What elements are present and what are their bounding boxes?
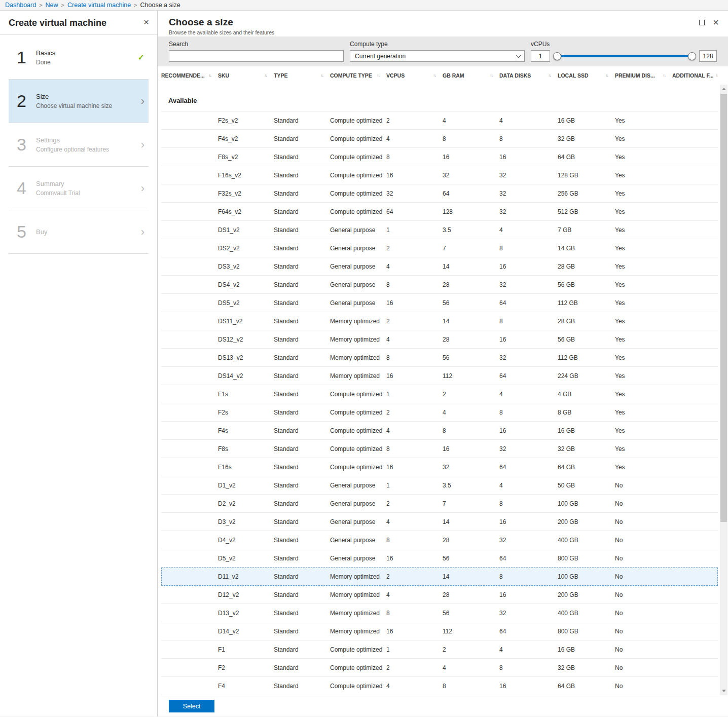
cell-premium-disk: Yes bbox=[615, 190, 672, 197]
cell-type: Standard bbox=[274, 208, 330, 215]
wizard-step-size[interactable]: 2SizeChoose virtual machine size› bbox=[9, 80, 149, 123]
cell-sku: D14_v2 bbox=[218, 628, 274, 635]
size-row-D13_v2[interactable]: D13_v2StandardMemory optimized85632400 G… bbox=[161, 604, 718, 622]
size-row-F8s[interactable]: F8sStandardCompute optimized8163232 GBYe… bbox=[161, 440, 718, 458]
size-row-F2s[interactable]: F2sStandardCompute optimized2488 GBYes bbox=[161, 403, 718, 422]
cell-gb-ram: 28 bbox=[443, 336, 499, 343]
column-header-premium-dis[interactable]: PREMIUM DIS...↑↓ bbox=[615, 72, 672, 79]
cell-data-disks: 4 bbox=[499, 117, 558, 124]
compute-type-select[interactable]: Current generation bbox=[350, 50, 525, 62]
panel-close-icon[interactable]: × bbox=[143, 18, 149, 27]
window-icons: × bbox=[699, 17, 721, 25]
cell-local-ssd: 200 GB bbox=[558, 518, 615, 525]
size-row-D11_v2[interactable]: D11_v2StandardMemory optimized2148100 GB… bbox=[161, 568, 718, 586]
column-header-local-ssd[interactable]: LOCAL SSD↑↓ bbox=[558, 72, 615, 79]
size-row-DS1_v2[interactable]: DS1_v2StandardGeneral purpose13.547 GBYe… bbox=[161, 221, 718, 239]
sort-icon[interactable]: ↑↓ bbox=[663, 73, 665, 78]
vcpus-min-input[interactable] bbox=[531, 50, 550, 62]
sort-icon[interactable]: ↑↓ bbox=[320, 73, 323, 78]
breadcrumb-item-create-virtual-machine[interactable]: Create virtual machine bbox=[67, 2, 131, 9]
column-header-sku[interactable]: SKU↑↓ bbox=[218, 72, 274, 79]
wizard-step-summary[interactable]: 4SummaryCommvault Trial› bbox=[9, 167, 149, 210]
size-row-F16s[interactable]: F16sStandardCompute optimized16326464 GB… bbox=[161, 458, 718, 476]
cell-gb-ram: 14 bbox=[443, 263, 499, 270]
blade-close-icon[interactable]: × bbox=[713, 19, 719, 25]
select-button[interactable]: Select bbox=[169, 700, 214, 712]
size-row-F4s_v2[interactable]: F4s_v2StandardCompute optimized48832 GBY… bbox=[161, 130, 718, 148]
compute-type-label: Compute type bbox=[350, 41, 525, 48]
size-row-DS13_v2[interactable]: DS13_v2StandardMemory optimized85632112 … bbox=[161, 349, 718, 367]
slider-handle-min[interactable] bbox=[553, 52, 561, 60]
cell-compute-type: Compute optimized bbox=[330, 409, 386, 416]
choose-size-blade: Choose a size Browse the available sizes… bbox=[158, 11, 728, 716]
cell-local-ssd: 200 GB bbox=[558, 591, 615, 598]
cell-local-ssd: 28 GB bbox=[558, 263, 615, 270]
search-input[interactable] bbox=[169, 50, 344, 62]
sort-icon[interactable]: ↑↓ bbox=[605, 73, 608, 78]
size-row-F4s[interactable]: F4sStandardCompute optimized481616 GBYes bbox=[161, 422, 718, 440]
maximize-icon[interactable] bbox=[699, 20, 705, 25]
size-row-DS14_v2[interactable]: DS14_v2StandardMemory optimized161126422… bbox=[161, 367, 718, 385]
breadcrumb-item-choose-a-size: Choose a size bbox=[140, 2, 180, 9]
size-row-D14_v2[interactable]: D14_v2StandardMemory optimized1611264800… bbox=[161, 622, 718, 640]
size-row-F16s_v2[interactable]: F16s_v2StandardCompute optimized16323212… bbox=[161, 166, 718, 184]
size-row-D4_v2[interactable]: D4_v2StandardGeneral purpose82832400 GBN… bbox=[161, 531, 718, 549]
column-header-label: COMPUTE TYPE bbox=[330, 72, 372, 79]
vertical-scrollbar[interactable] bbox=[720, 85, 727, 695]
size-row-F8s_v2[interactable]: F8s_v2StandardCompute optimized8161664 G… bbox=[161, 148, 718, 166]
wizard-step-settings[interactable]: 3SettingsConfigure optional features› bbox=[9, 123, 149, 167]
column-header-gb-ram[interactable]: GB RAM↑↓ bbox=[443, 72, 499, 79]
sort-icon[interactable]: ↑↓ bbox=[490, 73, 492, 78]
cell-sku: D4_v2 bbox=[218, 537, 274, 544]
wizard-step-buy[interactable]: 5Buy› bbox=[9, 210, 149, 254]
size-row-F2s_v2[interactable]: F2s_v2StandardCompute optimized24416 GBY… bbox=[161, 111, 718, 130]
column-header-additional-f[interactable]: ADDITIONAL F...↑↓ bbox=[672, 72, 718, 79]
size-row-F1s[interactable]: F1sStandardCompute optimized1244 GBYes bbox=[161, 385, 718, 403]
sort-icon[interactable]: ↑↓ bbox=[433, 73, 435, 78]
wizard-step-basics[interactable]: 1BasicsDone✓ bbox=[9, 36, 149, 80]
size-row-F4[interactable]: F4StandardCompute optimized481664 GBNo bbox=[161, 677, 718, 695]
size-row-DS12_v2[interactable]: DS12_v2StandardMemory optimized4281656 G… bbox=[161, 330, 718, 349]
breadcrumb: Dashboard>New>Create virtual machine>Cho… bbox=[0, 0, 728, 11]
size-row-F1[interactable]: F1StandardCompute optimized12416 GBNo bbox=[161, 640, 718, 659]
scroll-down-button[interactable] bbox=[720, 687, 727, 695]
panel-title: Create virtual machine bbox=[9, 18, 106, 28]
size-row-DS11_v2[interactable]: DS11_v2StandardMemory optimized214828 GB… bbox=[161, 312, 718, 330]
sort-icon[interactable]: ↑↓ bbox=[548, 73, 551, 78]
size-row-D3_v2[interactable]: D3_v2StandardGeneral purpose41416200 GBN… bbox=[161, 513, 718, 531]
cell-premium-disk: No bbox=[615, 683, 672, 690]
size-row-D2_v2[interactable]: D2_v2StandardGeneral purpose278100 GBNo bbox=[161, 495, 718, 513]
column-header-data-disks[interactable]: DATA DISKS↑↓ bbox=[499, 72, 558, 79]
step-number: 2 bbox=[13, 91, 36, 111]
sort-icon[interactable]: ↑↓ bbox=[208, 73, 211, 78]
size-row-DS4_v2[interactable]: DS4_v2StandardGeneral purpose8283256 GBY… bbox=[161, 276, 718, 294]
size-row-D12_v2[interactable]: D12_v2StandardMemory optimized42816200 G… bbox=[161, 586, 718, 604]
scroll-up-button[interactable] bbox=[720, 85, 727, 93]
size-row-D5_v2[interactable]: D5_v2StandardGeneral purpose165664800 GB… bbox=[161, 549, 718, 568]
sort-icon[interactable]: ↑↓ bbox=[377, 73, 379, 78]
scroll-up-icon bbox=[722, 88, 726, 90]
vcpus-max-input[interactable] bbox=[699, 50, 717, 62]
cell-type: Standard bbox=[274, 227, 330, 234]
cell-compute-type: Memory optimized bbox=[330, 336, 386, 343]
size-row-F32s_v2[interactable]: F32s_v2StandardCompute optimized32643225… bbox=[161, 184, 718, 203]
size-row-F64s_v2[interactable]: F64s_v2StandardCompute optimized64128325… bbox=[161, 203, 718, 221]
vcpus-range-slider[interactable] bbox=[555, 51, 695, 62]
size-row-DS3_v2[interactable]: DS3_v2StandardGeneral purpose4141628 GBY… bbox=[161, 257, 718, 276]
cell-compute-type: General purpose bbox=[330, 227, 386, 234]
scrollbar-thumb[interactable] bbox=[720, 94, 727, 522]
column-header-recommende[interactable]: RECOMMENDE...↑↓ bbox=[161, 72, 218, 79]
size-row-F2[interactable]: F2StandardCompute optimized24832 GBNo bbox=[161, 659, 718, 677]
breadcrumb-item-new[interactable]: New bbox=[46, 2, 58, 9]
size-row-DS5_v2[interactable]: DS5_v2StandardGeneral purpose165664112 G… bbox=[161, 294, 718, 312]
cell-compute-type: General purpose bbox=[330, 245, 386, 252]
sort-icon[interactable]: ↑↓ bbox=[264, 73, 267, 78]
breadcrumb-item-dashboard[interactable]: Dashboard bbox=[5, 2, 36, 9]
size-row-D1_v2[interactable]: D1_v2StandardGeneral purpose13.5450 GBNo bbox=[161, 476, 718, 495]
slider-handle-max[interactable] bbox=[688, 52, 696, 60]
size-row-DS2_v2[interactable]: DS2_v2StandardGeneral purpose27814 GBYes bbox=[161, 239, 718, 257]
column-header-vcpus[interactable]: VCPUS↑↓ bbox=[386, 72, 443, 79]
column-header-type[interactable]: TYPE↑↓ bbox=[274, 72, 330, 79]
sort-icon[interactable]: ↑↓ bbox=[715, 73, 718, 78]
column-header-compute-type[interactable]: COMPUTE TYPE↑↓ bbox=[330, 72, 386, 79]
